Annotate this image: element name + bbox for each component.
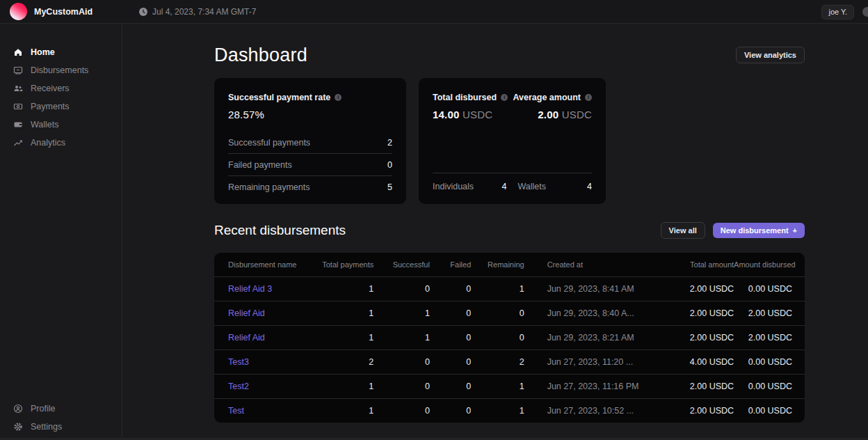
profile-icon: [13, 404, 23, 414]
disbursement-link[interactable]: Relief Aid: [228, 333, 265, 343]
sidebar-item-label: Analytics: [31, 138, 65, 148]
info-icon[interactable]: i: [585, 94, 592, 101]
sidebar-item-home[interactable]: Home: [0, 43, 122, 61]
sidebar-item-label: Receivers: [31, 84, 70, 93]
sidebar-item-payments[interactable]: Payments: [0, 97, 122, 116]
home-icon: [13, 47, 23, 57]
topbar: MyCustomAid Jul 4, 2023, 7:34 AM GMT-7 j…: [0, 0, 868, 24]
avatar[interactable]: [862, 7, 868, 17]
payments-icon: [13, 102, 23, 111]
new-disbursement-button[interactable]: New disbursement+: [713, 223, 805, 238]
col-header-created-at: Created at: [524, 253, 664, 276]
payment-rate-value: 28.57%: [228, 109, 392, 120]
analytics-icon: [13, 138, 23, 148]
table-row[interactable]: Test 1 0 0 1 Jun 27, 2023, 10:52 ... 2.0…: [214, 398, 805, 423]
recent-disbursements-title: Recent disbursements: [214, 223, 346, 238]
table-row[interactable]: Test2 1 0 0 1 Jun 27, 2023, 11:16 PM 2.0…: [214, 374, 805, 398]
stat-row-remaining: Remaining payments 5: [228, 176, 392, 198]
average-amount-value: 2.00 USDC: [513, 109, 592, 120]
global-datetime: Jul 4, 2023, 7:34 AM GMT-7: [139, 7, 256, 17]
disbursements-icon: [13, 65, 23, 75]
sidebar-item-label: Settings: [31, 422, 62, 432]
info-icon[interactable]: i: [501, 94, 508, 101]
page-title: Dashboard: [214, 43, 307, 67]
main-content: Dashboard View analytics Successful paym…: [122, 24, 868, 440]
sidebar-item-label: Home: [31, 47, 55, 57]
disbursement-link[interactable]: Test2: [228, 382, 249, 391]
col-header-failed: Failed: [430, 253, 471, 276]
sidebar-item-disbursements[interactable]: Disbursements: [0, 61, 122, 79]
sidebar-item-label: Payments: [31, 102, 70, 111]
receivers-icon: [13, 84, 23, 93]
total-disbursed-card: Total disbursed i 14.00 USDC Average amo…: [419, 78, 606, 204]
datetime-label: Jul 4, 2023, 7:34 AM GMT-7: [152, 7, 256, 17]
wallets-icon: [13, 120, 23, 129]
sidebar-item-wallets[interactable]: Wallets: [0, 116, 122, 134]
col-header-successful: Successful: [373, 253, 430, 276]
sidebar-item-profile[interactable]: Profile: [0, 400, 122, 418]
clock-icon: [139, 8, 147, 16]
card-title: Successful payment rate: [228, 93, 330, 102]
col-header-name: Disbursement name: [214, 253, 309, 276]
sidebar-item-label: Profile: [31, 404, 55, 414]
sidebar-item-label: Disbursements: [31, 65, 88, 75]
wallets-count: Wallets 4: [518, 182, 593, 191]
sidebar: Home Disbursements Receivers Payments Wa…: [0, 24, 122, 440]
disbursement-link[interactable]: Relief Aid 3: [228, 284, 272, 294]
table-row[interactable]: Relief Aid 1 1 0 0 Jun 29, 2023, 8:21 AM…: [214, 325, 805, 349]
table-header-row: Disbursement name Total payments Success…: [214, 253, 805, 276]
sidebar-item-settings[interactable]: Settings: [0, 418, 122, 436]
app-name: MyCustomAid: [34, 7, 93, 17]
total-disbursed-value: 14.00 USDC: [433, 109, 508, 120]
sidebar-item-label: Wallets: [31, 120, 59, 129]
sidebar-item-analytics[interactable]: Analytics: [0, 134, 122, 152]
col-header-remaining: Remaining: [471, 253, 524, 276]
view-analytics-button[interactable]: View analytics: [736, 47, 805, 63]
settings-icon: [13, 422, 23, 432]
app-logo: [10, 3, 27, 20]
table-row[interactable]: Test3 2 0 0 2 Jun 27, 2023, 11:20 ... 4.…: [214, 349, 805, 374]
stat-row-successful: Successful payments 2: [228, 132, 392, 154]
sidebar-spacer: [0, 152, 122, 400]
user-menu-button[interactable]: joe Y.: [821, 5, 854, 19]
disbursement-link[interactable]: Test3: [228, 357, 249, 367]
card-title: Total disbursed: [433, 93, 497, 102]
col-header-total-amount: Total amount: [663, 253, 734, 276]
individuals-count: Individuals 4: [433, 182, 507, 191]
plus-icon: +: [793, 226, 797, 235]
view-all-button[interactable]: View all: [661, 222, 705, 239]
stat-row-failed: Failed payments 0: [228, 154, 392, 176]
disbursements-table: Disbursement name Total payments Success…: [214, 253, 805, 423]
table-row[interactable]: Relief Aid 3 1 0 0 1 Jun 29, 2023, 8:41 …: [214, 276, 805, 301]
col-header-amount-disbursed: Amount disbursed: [734, 253, 805, 276]
disbursement-link[interactable]: Test: [228, 406, 244, 416]
table-row[interactable]: Relief Aid 1 1 0 0 Jun 29, 2023, 8:40 A.…: [214, 301, 805, 325]
disbursement-link[interactable]: Relief Aid: [228, 308, 265, 318]
col-header-total-payments: Total payments: [309, 253, 373, 276]
card-title: Average amount: [513, 93, 581, 102]
sidebar-item-receivers[interactable]: Receivers: [0, 79, 122, 97]
payment-rate-card: Successful payment rate i 28.57% Success…: [214, 78, 406, 204]
info-icon[interactable]: i: [335, 94, 341, 101]
